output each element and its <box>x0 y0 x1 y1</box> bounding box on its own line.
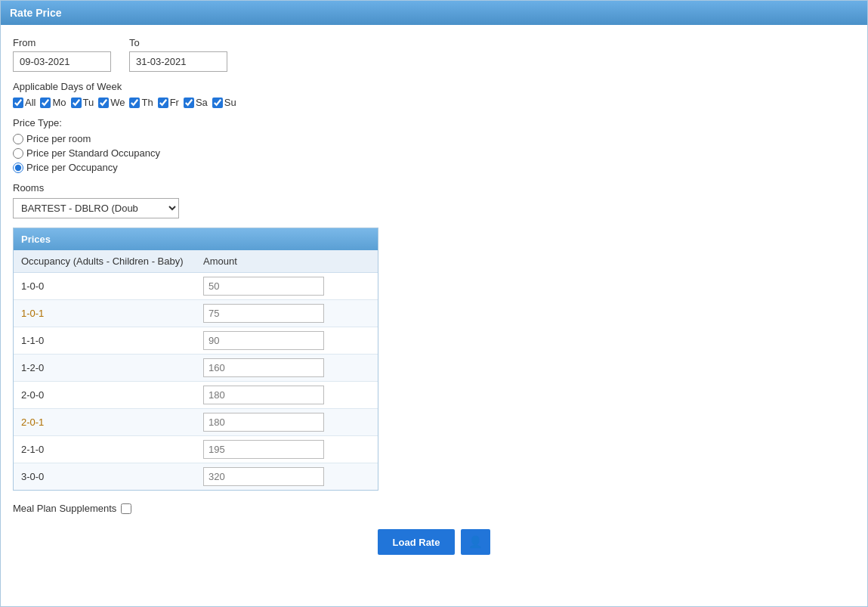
prices-table-wrapper: Prices Occupancy (Adults - Children - Ba… <box>13 228 378 491</box>
table-row: 2-1-0 <box>14 436 378 463</box>
rooms-section: Rooms BARTEST - DBLRO (Doub <box>13 182 855 218</box>
days-checkboxes-row: All Mo Tu We Th <box>13 97 855 108</box>
amount-input[interactable] <box>203 277 324 296</box>
day-all-label[interactable]: All <box>13 97 36 108</box>
amount-cell <box>196 436 378 463</box>
amount-cell <box>196 273 378 300</box>
day-mo-checkbox[interactable] <box>40 98 51 108</box>
prices-table-header: Prices <box>14 228 378 250</box>
amount-input[interactable] <box>203 358 324 377</box>
load-rate-button[interactable]: Load Rate <box>378 529 456 555</box>
amount-input[interactable] <box>203 440 324 459</box>
occupancy-cell: 1-2-0 <box>14 355 196 382</box>
applicable-days-label: Applicable Days of Week <box>13 81 855 92</box>
day-sa-text: Sa <box>196 97 208 108</box>
day-sa-label[interactable]: Sa <box>184 97 208 108</box>
meal-plan-section: Meal Plan Supplements <box>13 503 855 514</box>
buttons-row: Load Rate 👤 <box>13 529 855 555</box>
meal-plan-checkbox[interactable] <box>121 503 131 514</box>
occupancy-cell: 1-0-1 <box>14 300 196 327</box>
occupancy-cell: 1-1-0 <box>14 327 196 355</box>
amount-cell <box>196 355 378 382</box>
day-tu-text: Tu <box>83 97 94 108</box>
to-date-input[interactable] <box>129 51 227 72</box>
upload-button[interactable]: 👤 <box>461 529 490 555</box>
day-su-text: Su <box>224 97 236 108</box>
applicable-days-section: Applicable Days of Week All Mo Tu We <box>13 81 855 108</box>
day-su-label[interactable]: Su <box>212 97 236 108</box>
rooms-dropdown[interactable]: BARTEST - DBLRO (Doub <box>13 198 179 218</box>
price-per-occupancy-option[interactable]: Price per Occupancy <box>13 162 855 173</box>
price-per-room-label: Price per room <box>26 133 91 144</box>
prices-table-header-row: Occupancy (Adults - Children - Baby) Amo… <box>14 250 378 273</box>
amount-input[interactable] <box>203 413 324 432</box>
amount-cell <box>196 327 378 355</box>
amount-input[interactable] <box>203 304 324 323</box>
from-date-input[interactable] <box>13 51 111 72</box>
day-fr-checkbox[interactable] <box>158 98 168 108</box>
amount-input[interactable] <box>203 331 324 350</box>
col-amount-header: Amount <box>196 250 378 273</box>
meal-plan-label: Meal Plan Supplements <box>13 503 116 514</box>
price-per-room-radio[interactable] <box>13 134 23 144</box>
upload-icon: 👤 <box>468 535 483 549</box>
col-occupancy-header: Occupancy (Adults - Children - Baby) <box>14 250 196 273</box>
table-row: 3-0-0 <box>14 463 378 491</box>
day-fr-text: Fr <box>170 97 179 108</box>
panel-title: Rate Price <box>1 1 867 25</box>
day-mo-label[interactable]: Mo <box>40 97 66 108</box>
day-all-checkbox[interactable] <box>13 98 23 108</box>
date-row: From To <box>13 37 855 72</box>
from-date-col: From <box>13 37 111 72</box>
day-tu-label[interactable]: Tu <box>71 97 94 108</box>
table-row: 1-2-0 <box>14 355 378 382</box>
to-label: To <box>129 37 227 48</box>
to-date-col: To <box>129 37 227 72</box>
occupancy-cell: 2-0-0 <box>14 382 196 409</box>
price-per-standard-radio[interactable] <box>13 148 23 159</box>
day-th-text: Th <box>141 97 153 108</box>
day-tu-checkbox[interactable] <box>71 98 82 108</box>
amount-cell <box>196 409 378 436</box>
day-mo-text: Mo <box>52 97 66 108</box>
from-label: From <box>13 37 111 48</box>
day-su-checkbox[interactable] <box>212 98 223 108</box>
table-row: 2-0-1 <box>14 409 378 436</box>
amount-input[interactable] <box>203 386 324 404</box>
day-th-checkbox[interactable] <box>129 98 140 108</box>
occupancy-cell: 2-1-0 <box>14 436 196 463</box>
amount-cell <box>196 463 378 491</box>
amount-cell <box>196 382 378 409</box>
amount-cell <box>196 300 378 327</box>
price-type-section: Price Type: Price per room Price per Sta… <box>13 117 855 173</box>
day-we-label[interactable]: We <box>98 97 125 108</box>
prices-table: Occupancy (Adults - Children - Baby) Amo… <box>14 250 378 490</box>
table-row: 1-1-0 <box>14 327 378 355</box>
day-we-checkbox[interactable] <box>98 98 109 108</box>
price-per-occupancy-radio[interactable] <box>13 163 23 173</box>
day-we-text: We <box>110 97 125 108</box>
price-per-standard-option[interactable]: Price per Standard Occupancy <box>13 147 855 159</box>
day-all-text: All <box>25 97 36 108</box>
price-type-label: Price Type: <box>13 117 855 129</box>
table-row: 1-0-1 <box>14 300 378 327</box>
day-sa-checkbox[interactable] <box>184 98 194 108</box>
amount-input[interactable] <box>203 467 324 486</box>
occupancy-cell: 2-0-1 <box>14 409 196 436</box>
price-per-standard-label: Price per Standard Occupancy <box>26 147 160 159</box>
day-th-label[interactable]: Th <box>129 97 153 108</box>
price-per-occupancy-label: Price per Occupancy <box>26 162 118 173</box>
rooms-label: Rooms <box>13 182 855 194</box>
rate-price-panel: Rate Price From To Applicable Days of We… <box>0 0 868 607</box>
occupancy-cell: 3-0-0 <box>14 463 196 491</box>
occupancy-cell: 1-0-0 <box>14 273 196 300</box>
day-fr-label[interactable]: Fr <box>158 97 179 108</box>
table-row: 1-0-0 <box>14 273 378 300</box>
price-per-room-option[interactable]: Price per room <box>13 133 855 144</box>
table-row: 2-0-0 <box>14 382 378 409</box>
